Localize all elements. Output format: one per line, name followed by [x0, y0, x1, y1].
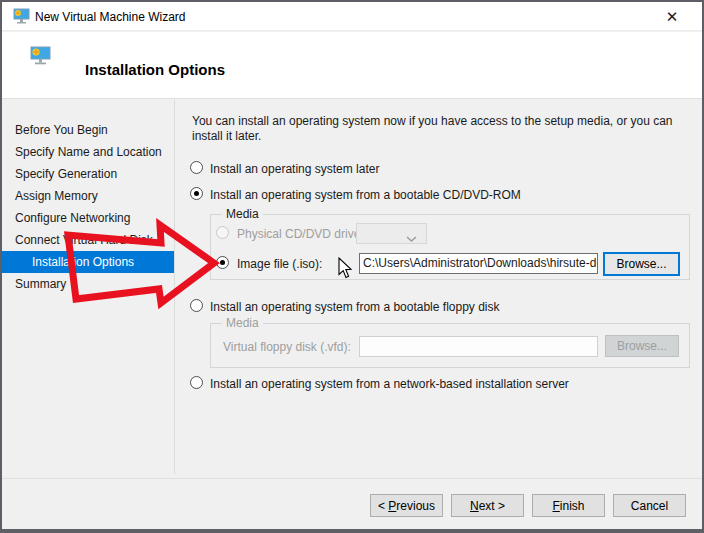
sidebar-item-connect-virtual-hard-disk[interactable]: Connect Virtual Hard Disk	[2, 229, 174, 251]
sidebar-item-configure-networking[interactable]: Configure Networking	[2, 207, 174, 229]
new-vm-wizard-window: New Virtual Machine Wizard ✕ Installatio…	[0, 0, 704, 533]
next-button-rest: ext >	[479, 499, 505, 513]
previous-button-key: P	[388, 499, 396, 513]
sidebar-item-specify-name-location[interactable]: Specify Name and Location	[2, 141, 174, 163]
cd-media-group-label: Media	[222, 207, 263, 221]
footer-bar: < Previous Next > Finish Cancel	[2, 478, 702, 529]
sidebar-item-installation-options[interactable]: Installation Options	[2, 251, 174, 273]
radio-image-file-label[interactable]: Image file (.iso):	[237, 257, 322, 271]
radio-install-network-label[interactable]: Install an operating system from a netwo…	[210, 377, 569, 391]
finish-button-key: F	[552, 499, 559, 513]
hyperv-app-icon	[13, 8, 30, 27]
radio-image-file[interactable]	[216, 256, 229, 269]
title-bar: New Virtual Machine Wizard ✕	[2, 2, 702, 31]
sidebar-item-summary[interactable]: Summary	[2, 273, 174, 295]
sidebar-item-assign-memory[interactable]: Assign Memory	[2, 185, 174, 207]
window-title: New Virtual Machine Wizard	[35, 10, 186, 24]
vfd-label: Virtual floppy disk (.vfd):	[223, 340, 351, 354]
cancel-button[interactable]: Cancel	[613, 494, 686, 517]
radio-install-floppy[interactable]	[190, 299, 203, 312]
next-button[interactable]: Next >	[451, 494, 524, 517]
finish-button-rest: inish	[560, 499, 585, 513]
radio-install-later[interactable]	[190, 161, 203, 174]
page-title: Installation Options	[85, 61, 225, 78]
wizard-page-icon	[30, 46, 51, 68]
intro-text: You can install an operating system now …	[192, 114, 700, 144]
next-button-key: N	[470, 499, 479, 513]
radio-install-cd[interactable]	[190, 187, 203, 200]
browse-vfd-button: Browse...	[605, 335, 679, 357]
radio-install-later-label[interactable]: Install an operating system later	[210, 162, 379, 176]
radio-physical-drive-label: Physical CD/DVD drive:	[237, 227, 364, 241]
previous-button-prefix: <	[378, 499, 388, 513]
wizard-steps-sidebar: Before You Begin Specify Name and Locati…	[2, 100, 175, 474]
finish-button[interactable]: Finish	[532, 494, 605, 517]
close-icon[interactable]: ✕	[660, 7, 684, 27]
sidebar-item-before-you-begin[interactable]: Before You Begin	[2, 119, 174, 141]
sidebar-item-specify-generation[interactable]: Specify Generation	[2, 163, 174, 185]
radio-install-network[interactable]	[190, 376, 203, 389]
wizard-header: Installation Options	[2, 32, 702, 99]
vfd-path-input	[359, 336, 598, 357]
radio-physical-drive	[216, 226, 229, 239]
previous-button-rest: revious	[396, 499, 435, 513]
floppy-media-group-label: Media	[222, 316, 263, 330]
previous-button[interactable]: < Previous	[370, 494, 443, 517]
radio-install-floppy-label[interactable]: Install an operating system from a boota…	[210, 300, 500, 314]
browse-iso-button[interactable]: Browse...	[603, 252, 680, 276]
iso-path-input[interactable]: C:\Users\Administrator\Downloads\hirsute…	[359, 253, 598, 274]
radio-install-cd-label[interactable]: Install an operating system from a boota…	[210, 188, 521, 202]
physical-drive-dropdown	[356, 223, 427, 244]
chevron-down-icon	[406, 231, 417, 245]
